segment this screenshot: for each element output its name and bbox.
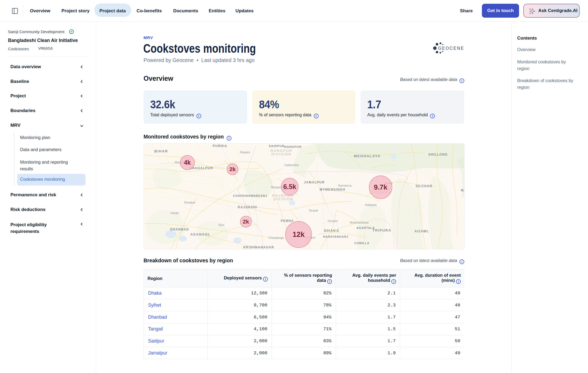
svg-text:Deoghar: Deoghar xyxy=(184,201,196,204)
svg-text:RAJSHAHI: RAJSHAHI xyxy=(238,205,257,209)
svg-text:12k: 12k xyxy=(292,230,305,239)
svg-text:BIHAR: BIHAR xyxy=(154,149,168,153)
svg-text:MA: MA xyxy=(461,189,465,192)
svg-text:JAMALPUR: JAMALPUR xyxy=(304,180,325,184)
svg-text:Habiganj: Habiganj xyxy=(365,203,376,206)
svg-text:PABNA: PABNA xyxy=(281,219,294,223)
svg-text:Tangail: Tangail xyxy=(309,209,318,212)
svg-text:Gazipur: Gazipur xyxy=(328,219,338,222)
svg-text:CUMILLA: CUMILLA xyxy=(354,241,370,245)
svg-text:SHILLONG: SHILLONG xyxy=(428,153,448,156)
svg-text:SILCHAR: SILCHAR xyxy=(415,184,432,188)
svg-text:Netrokona: Netrokona xyxy=(338,184,352,187)
svg-text:MEGHALAYA: MEGHALAYA xyxy=(354,154,381,158)
svg-text:KRISHNANAGAR: KRISHNANAGAR xyxy=(243,245,274,249)
svg-text:PURNIA: PURNIA xyxy=(213,144,227,148)
svg-text:DIVISION: DIVISION xyxy=(273,197,293,201)
svg-text:2k: 2k xyxy=(229,166,236,172)
svg-text:TRIPURA: TRIPURA xyxy=(373,228,391,232)
svg-text:NARAYANGANJ: NARAYANGANJ xyxy=(323,235,349,238)
svg-text:GEOCENE: GEOCENE xyxy=(438,46,464,51)
svg-text:AGARTALA: AGARTALA xyxy=(357,226,375,229)
svg-text:RANGPUR: RANGPUR xyxy=(284,145,301,148)
svg-text:AIZAWL: AIZAWL xyxy=(415,229,429,233)
svg-text:Siuri: Siuri xyxy=(218,223,224,226)
svg-text:Brahmanbaria: Brahmanbaria xyxy=(350,221,369,224)
svg-text:Chuadanga: Chuadanga xyxy=(269,236,284,239)
svg-text:SAIDPUR: SAIDPUR xyxy=(269,144,285,148)
svg-text:Giridih: Giridih xyxy=(171,212,179,215)
svg-text:DHAKA: DHAKA xyxy=(324,229,339,233)
svg-text:2k: 2k xyxy=(243,218,249,225)
svg-text:Raiganj: Raiganj xyxy=(240,151,250,154)
svg-text:DIVISION: DIVISION xyxy=(271,152,291,156)
svg-text:6.5k: 6.5k xyxy=(283,183,296,190)
svg-text:4k: 4k xyxy=(184,159,191,166)
svg-text:Gaibandha: Gaibandha xyxy=(284,163,299,167)
svg-text:ASANSOL: ASANSOL xyxy=(190,232,211,236)
svg-text:MYMENSINGH: MYMENSINGH xyxy=(320,188,346,191)
svg-text:9.7k: 9.7k xyxy=(374,183,388,191)
svg-text:CHAPAINAWABGANJ: CHAPAINAWABGANJ xyxy=(233,194,267,197)
svg-text:DHANBAD: DHANBAD xyxy=(170,228,189,231)
